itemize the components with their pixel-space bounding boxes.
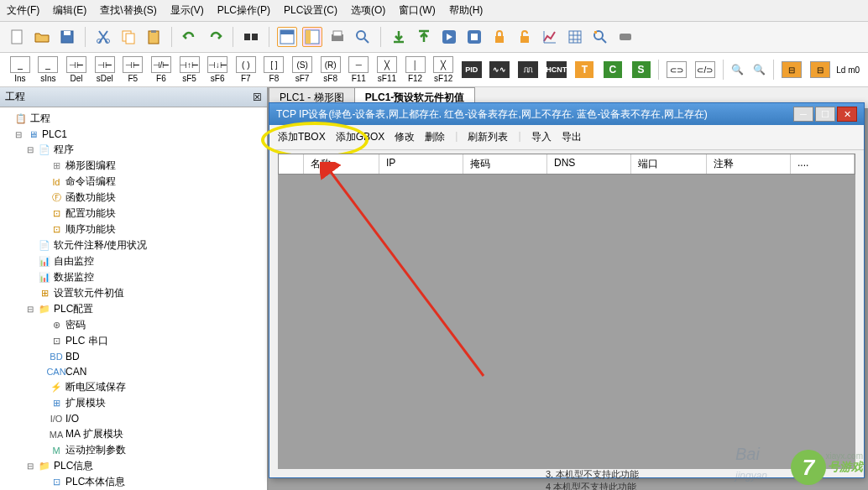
f12-button[interactable]: │F12 [402, 56, 429, 83]
close-button[interactable]: ✕ [837, 107, 857, 122]
c-button[interactable]: C [599, 61, 626, 78]
tree-node[interactable]: ⊞梯形图编程 [2, 158, 265, 174]
tree-node[interactable]: ⊡PLC本体信息 [2, 474, 265, 490]
t-button[interactable]: T [572, 61, 599, 78]
f11-button[interactable]: ─F11 [346, 56, 373, 83]
col-comment[interactable]: 注释 [707, 154, 791, 174]
menu-plc-op[interactable]: PLC操作(P) [217, 3, 270, 18]
find-icon[interactable] [241, 27, 261, 47]
ins-button[interactable]: ⎯Ins [7, 56, 34, 83]
window1-icon[interactable] [277, 27, 297, 47]
download-icon[interactable] [389, 27, 409, 47]
export-button[interactable]: 导出 [562, 130, 582, 144]
tree-node[interactable]: ⊟🖥PLC1 [2, 127, 265, 142]
menu-option[interactable]: 选项(O) [351, 3, 385, 18]
pin-icon[interactable]: ☒ [253, 91, 262, 103]
upload-icon[interactable] [414, 27, 434, 47]
tree-node[interactable]: BDBD [2, 349, 265, 364]
project-tree[interactable]: 📋工程⊟🖥PLC1⊟📄程序⊞梯形图编程ld命令语编程Ⓕ函数功能块⊡配置功能块⊡顺… [0, 107, 267, 490]
tree-node[interactable]: ⊞设置软元件初值 [2, 285, 265, 301]
col-more[interactable]: .... [791, 154, 855, 174]
tree-node[interactable]: ⊟📁PLC信息 [2, 458, 265, 474]
open-icon[interactable] [32, 27, 52, 47]
hcnt-button[interactable]: HCNT [543, 61, 570, 78]
menu-plc-cfg[interactable]: PLC设置(C) [284, 3, 337, 18]
grid-icon[interactable] [565, 27, 585, 47]
pulse-button[interactable]: ⎍⎍ [515, 61, 541, 78]
maximize-button[interactable]: ☐ [815, 107, 835, 122]
tree-node[interactable]: 📋工程 [2, 111, 265, 127]
new-icon[interactable] [7, 27, 27, 47]
tree-node[interactable]: ⊡配置功能块 [2, 206, 265, 222]
menu-window[interactable]: 窗口(W) [399, 3, 435, 18]
f7-button[interactable]: ( )F7 [233, 56, 259, 83]
tree-node[interactable]: 📊自由监控 [2, 253, 265, 269]
sf12-button[interactable]: ╳sF12 [430, 56, 457, 83]
stop-icon[interactable] [464, 27, 484, 47]
ladder1-button[interactable]: ⊟ [778, 61, 805, 78]
pid-button[interactable]: PID [458, 61, 485, 78]
lock-icon[interactable] [489, 27, 510, 47]
menu-file[interactable]: 文件(F) [7, 3, 39, 18]
undo-icon[interactable] [180, 27, 200, 47]
tree-node[interactable]: ⊟📁PLC配置 [2, 301, 265, 317]
tree-node[interactable]: MAMA 扩展模块 [2, 426, 265, 442]
chart-icon[interactable] [540, 27, 560, 47]
redo-icon[interactable] [205, 27, 225, 47]
tree-node[interactable]: ⊟📄程序 [2, 142, 265, 158]
sf11-button[interactable]: ╳sF11 [374, 56, 400, 83]
wave-button[interactable]: ∿∿ [487, 61, 514, 78]
add-tbox-button[interactable]: 添加TBOX [278, 130, 326, 144]
tree-node[interactable]: ld命令语编程 [2, 174, 265, 190]
s-button[interactable]: S [628, 61, 655, 78]
tree-node[interactable]: CANCAN [2, 364, 265, 379]
col-mask[interactable]: 掩码 [463, 154, 547, 174]
sf6-button[interactable]: ⊣↓⊢sF6 [204, 56, 231, 83]
cut-icon[interactable] [93, 27, 113, 47]
col-name[interactable]: 名称 [304, 154, 379, 174]
tree-toggle-icon[interactable]: ⊟ [25, 145, 35, 154]
search2-icon[interactable] [590, 27, 610, 47]
modify-button[interactable]: 修改 [395, 130, 415, 144]
tree-node[interactable]: ⚡断电区域保存 [2, 379, 265, 395]
run-icon[interactable] [439, 27, 459, 47]
tree-node[interactable]: 📄软元件注释/使用状况 [2, 237, 265, 253]
unlock-icon[interactable] [515, 27, 535, 47]
tree-node[interactable]: ⊡顺序功能块 [2, 222, 265, 237]
f6-button[interactable]: ⊣/⊢F6 [148, 56, 175, 83]
col-dns[interactable]: DNS [547, 154, 631, 174]
print-icon[interactable] [327, 27, 348, 47]
zoomin-icon[interactable]: 🔍 [728, 60, 748, 80]
tree-node[interactable]: Ⓕ函数功能块 [2, 190, 265, 206]
tree-node[interactable]: 📊数据监控 [2, 269, 265, 285]
del-button[interactable]: ⊣⊢Del [63, 56, 90, 83]
tree-node[interactable]: ⊞扩展模块 [2, 395, 265, 411]
menu-search[interactable]: 查找\替换(S) [100, 3, 156, 18]
sf8-button[interactable]: (R)sF8 [317, 56, 344, 83]
menu-edit[interactable]: 编辑(E) [53, 3, 86, 18]
ladder2-button[interactable]: ⊟ [807, 61, 834, 78]
col-ip[interactable]: IP [379, 154, 463, 174]
paste-icon[interactable] [144, 27, 164, 47]
import-button[interactable]: 导入 [531, 130, 552, 144]
not-button[interactable]: ⊂/⊃ [692, 61, 719, 78]
save-icon[interactable] [57, 27, 77, 47]
tree-node[interactable]: I/OI/O [2, 411, 265, 426]
zoom-icon[interactable] [353, 27, 373, 47]
coil-button[interactable]: ⊂⊃ [663, 61, 690, 78]
f8-button[interactable]: [ ]F8 [261, 56, 288, 83]
window2-icon[interactable] [302, 27, 322, 47]
menu-view[interactable]: 显示(V) [170, 3, 204, 18]
ldm0-button[interactable]: Ld m0 [834, 65, 861, 75]
menu-help[interactable]: 帮助(H) [449, 3, 484, 18]
device-icon[interactable] [615, 27, 635, 47]
add-gbox-button[interactable]: 添加GBOX [336, 130, 385, 144]
tree-node[interactable]: ⊛密码 [2, 317, 265, 333]
col-port[interactable]: 端口 [631, 154, 707, 174]
delete-button[interactable]: 删除 [425, 130, 445, 144]
minimize-button[interactable]: ─ [793, 107, 813, 122]
col-checkbox[interactable] [279, 154, 304, 174]
sf5-button[interactable]: ⊣↑⊢sF5 [176, 56, 203, 83]
tree-toggle-icon[interactable]: ⊟ [25, 305, 35, 314]
f5-button[interactable]: ⊣⊢F5 [120, 56, 147, 83]
